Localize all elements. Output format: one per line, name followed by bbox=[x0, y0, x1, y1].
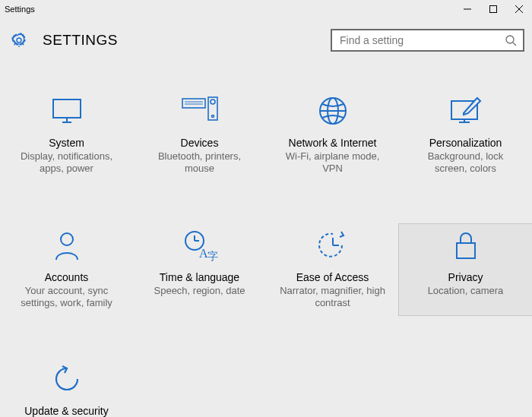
svg-rect-11 bbox=[182, 99, 205, 108]
tile-update-security[interactable]: Update & security bbox=[0, 358, 133, 417]
svg-point-23 bbox=[61, 233, 73, 245]
svg-line-7 bbox=[513, 43, 516, 46]
svg-rect-8 bbox=[53, 100, 81, 118]
ease-of-access-icon bbox=[278, 227, 387, 264]
svg-rect-31 bbox=[457, 243, 475, 258]
window-controls bbox=[454, 0, 532, 18]
svg-point-6 bbox=[506, 36, 514, 43]
search-input[interactable] bbox=[340, 34, 505, 46]
tile-title: Ease of Access bbox=[278, 271, 387, 283]
gear-icon bbox=[9, 30, 29, 50]
tile-subtitle: Narrator, magnifier, high contrast bbox=[278, 285, 387, 310]
tile-subtitle: Wi-Fi, airplane mode, VPN bbox=[278, 150, 387, 175]
settings-grid: System Display, notifications, apps, pow… bbox=[0, 62, 532, 417]
svg-rect-14 bbox=[208, 97, 217, 120]
tile-title: Devices bbox=[145, 137, 254, 149]
svg-rect-1 bbox=[490, 6, 497, 13]
tile-title: Privacy bbox=[411, 271, 520, 283]
tile-time-language[interactable]: A 字 Time & language Speech, region, date bbox=[133, 224, 266, 316]
tile-accounts[interactable]: Accounts Your account, sync settings, wo… bbox=[0, 224, 133, 316]
tile-title: Personalization bbox=[411, 137, 520, 149]
tile-subtitle: Location, camera bbox=[411, 285, 520, 297]
tile-subtitle: Speech, region, date bbox=[145, 285, 254, 297]
search-icon bbox=[505, 34, 517, 46]
svg-point-15 bbox=[211, 100, 215, 104]
tile-subtitle: Bluetooth, printers, mouse bbox=[145, 150, 254, 175]
close-button[interactable] bbox=[506, 0, 532, 18]
tile-subtitle: Display, notifications, apps, power bbox=[12, 150, 121, 175]
tile-title: Accounts bbox=[12, 271, 121, 283]
search-box[interactable] bbox=[331, 29, 524, 52]
tile-system[interactable]: System Display, notifications, apps, pow… bbox=[0, 90, 133, 182]
tile-privacy[interactable]: Privacy Location, camera bbox=[399, 224, 532, 316]
devices-icon bbox=[145, 93, 254, 129]
tile-subtitle: Your account, sync settings, work, famil… bbox=[12, 285, 121, 310]
svg-point-4 bbox=[17, 38, 21, 43]
maximize-button[interactable] bbox=[480, 0, 506, 18]
tile-ease-of-access[interactable]: Ease of Access Narrator, magnifier, high… bbox=[266, 224, 399, 316]
window-title: Settings bbox=[5, 5, 454, 14]
personalization-icon bbox=[411, 93, 520, 129]
tile-personalization[interactable]: Personalization Background, lock screen,… bbox=[399, 90, 532, 182]
tile-title: Time & language bbox=[145, 271, 254, 283]
update-icon bbox=[12, 361, 121, 397]
time-language-icon: A 字 bbox=[145, 227, 254, 264]
accounts-icon bbox=[12, 227, 121, 264]
tile-network[interactable]: Network & Internet Wi-Fi, airplane mode,… bbox=[266, 90, 399, 182]
tile-devices[interactable]: Devices Bluetooth, printers, mouse bbox=[133, 90, 266, 182]
minimize-button[interactable] bbox=[454, 0, 480, 18]
svg-text:字: 字 bbox=[207, 251, 218, 262]
header: SETTINGS bbox=[0, 18, 532, 62]
system-icon bbox=[12, 93, 121, 129]
globe-icon bbox=[278, 93, 387, 129]
tile-title: Network & Internet bbox=[278, 137, 387, 149]
tile-title: Update & security bbox=[12, 405, 121, 417]
tile-subtitle: Background, lock screen, colors bbox=[411, 150, 520, 175]
svg-point-16 bbox=[211, 115, 214, 118]
title-bar: Settings bbox=[0, 0, 532, 18]
lock-icon bbox=[411, 227, 520, 264]
tile-title: System bbox=[12, 137, 121, 149]
page-title: SETTINGS bbox=[43, 32, 118, 49]
